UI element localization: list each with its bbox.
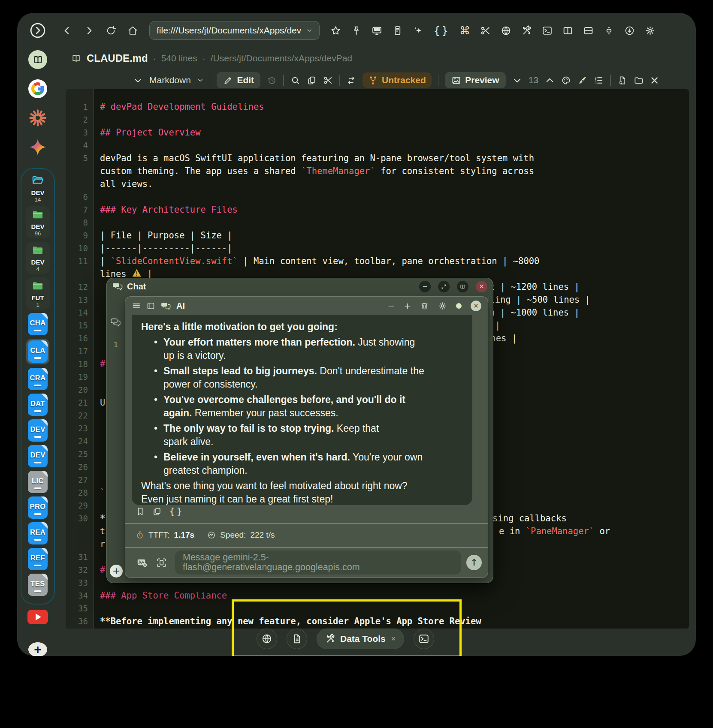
book-icon[interactable] (28, 50, 48, 69)
chat-add-button[interactable]: + (110, 565, 123, 578)
sidebar-folder-fut-1[interactable]: FUT1 (26, 277, 50, 310)
chat-split-button[interactable] (457, 281, 468, 292)
mode-chevron-icon[interactable] (197, 77, 203, 83)
git-status-badge[interactable]: Untracked (363, 72, 432, 88)
sidebar-file-cla-selected[interactable]: CLA (26, 339, 49, 364)
palette-button[interactable] (561, 75, 571, 85)
claude-icon[interactable] (28, 108, 48, 128)
prev-match-button[interactable] (512, 75, 522, 85)
split-rows-button[interactable] (583, 25, 594, 36)
editor-line-text[interactable]: |------|---------|------| (100, 242, 689, 255)
display-button[interactable] (372, 25, 382, 36)
chat-title-bar[interactable]: Chat − × (107, 278, 493, 295)
copy-button[interactable] (307, 75, 317, 85)
bookmark-icon[interactable] (136, 507, 145, 516)
chat-close-button[interactable]: × (476, 281, 487, 292)
url-bar[interactable]: file:///Users/jt/Documents/xApps/dev (149, 21, 320, 40)
editor-line-text[interactable]: | File | Purpose | Size | (100, 229, 689, 242)
history-button[interactable] (267, 75, 277, 85)
chat-bubble-outline-icon[interactable] (110, 317, 121, 328)
folder-button[interactable] (634, 75, 644, 85)
bookmark-star-button[interactable] (330, 25, 341, 36)
ordered-list-button[interactable]: 123 (594, 75, 604, 85)
chat-window[interactable]: Chat − × 1 + ≡ AI − + (106, 278, 493, 583)
editor-line-text[interactable]: devPad is a macOS SwiftUI application fe… (100, 152, 689, 165)
attach-image-button[interactable] (136, 557, 148, 569)
editor-line-text[interactable]: all views. (100, 177, 689, 190)
notes-button[interactable] (392, 25, 403, 36)
sidebar-file-pro[interactable]: PRO (28, 496, 48, 519)
search-button[interactable] (290, 75, 300, 85)
editor-line-text[interactable]: ### Key Architecture Files (100, 203, 689, 216)
sidebar-add-button[interactable]: + (28, 642, 47, 656)
editor-line-text[interactable] (100, 602, 689, 615)
sidebar-file-rea[interactable]: REA (28, 522, 48, 544)
dock-document-button[interactable] (287, 629, 307, 649)
download-button[interactable] (624, 25, 635, 36)
message-input[interactable]: Message gemini-2.5- flash@generativelang… (175, 551, 461, 575)
ai-close-button[interactable]: × (471, 301, 481, 311)
trash-button[interactable] (420, 301, 429, 310)
youtube-icon[interactable] (27, 605, 48, 624)
sidebar-file-lic[interactable]: LIC (28, 471, 48, 493)
sidebar-toggle-icon[interactable] (146, 301, 155, 310)
editor-line-text[interactable]: **Before implementing any new feature, c… (100, 615, 689, 628)
edit-button[interactable]: Edit (217, 72, 260, 88)
braces-icon[interactable]: {} (169, 507, 184, 516)
forward-button[interactable] (84, 25, 94, 36)
home-button[interactable] (127, 25, 138, 36)
tools-button[interactable] (521, 25, 532, 36)
sidebar-file-ref[interactable]: REF (28, 548, 48, 570)
sidebar-folder-dev-4[interactable]: DEV4 (26, 242, 50, 274)
close-editor-button[interactable]: × (650, 75, 659, 86)
editor-line-text[interactable] (100, 113, 689, 126)
sparkles-ai-button[interactable] (413, 25, 423, 36)
sidebar-file-cra[interactable]: CRA (28, 368, 48, 390)
dock-globe-button[interactable] (257, 629, 277, 649)
preview-button[interactable]: Preview (445, 72, 505, 88)
chat-minimize-button[interactable]: − (419, 281, 431, 292)
swap-button[interactable] (346, 75, 356, 85)
expand-vertical-button[interactable] (604, 25, 614, 36)
copy-message-icon[interactable] (152, 507, 162, 516)
collapse-icon[interactable] (133, 75, 143, 85)
paintbrush-button[interactable] (577, 75, 587, 85)
google-icon[interactable] (28, 79, 48, 99)
sidebar-folder-dev-14[interactable]: DEV14 (30, 174, 46, 203)
screenshot-button[interactable] (156, 557, 167, 569)
settings-button[interactable] (645, 25, 656, 36)
sidebar-file-tes[interactable]: TES (28, 574, 48, 596)
editor-line-text[interactable]: ### App Store Compliance (100, 589, 689, 602)
editor-line-text[interactable]: custom theming. The app uses a shared `T… (100, 165, 689, 177)
data-tools-button[interactable]: Data Tools × (317, 629, 404, 649)
scissors-button[interactable] (480, 25, 491, 36)
next-match-button[interactable] (545, 75, 555, 85)
gemini-icon[interactable] (28, 137, 48, 157)
code-braces-button[interactable]: {} (433, 25, 450, 36)
sidebar-file-dat[interactable]: DAT (28, 394, 48, 416)
pin-button[interactable] (351, 25, 362, 36)
sidebar-folder-dev-96[interactable]: DEV96 (26, 206, 50, 238)
mode-dropdown[interactable]: Markdown (149, 75, 191, 85)
editor-line-text[interactable] (100, 190, 689, 203)
editor-line-text[interactable]: ## Project Overview (100, 126, 689, 139)
chat-expand-button[interactable] (438, 281, 450, 292)
editor-line-text[interactable] (100, 139, 689, 152)
dock-terminal-button[interactable] (414, 629, 434, 649)
url-dropdown-icon[interactable] (306, 27, 312, 33)
ai-zoom-in-button[interactable]: + (404, 301, 411, 310)
ai-zoom-out-button[interactable]: − (387, 301, 395, 310)
new-file-button[interactable] (617, 75, 627, 85)
sidebar-file-dev[interactable]: DEV (28, 445, 48, 467)
command-button[interactable]: ⌘ (459, 25, 470, 36)
panel-toggle-icon[interactable] (28, 21, 48, 40)
editor-line-text[interactable]: # devPad Development Guidelines (100, 100, 689, 113)
ai-pane[interactable]: ≡ AI − + × Here's a little motivation to… (125, 296, 488, 578)
ai-settings-button[interactable] (438, 301, 447, 310)
menu-icon[interactable]: ≡ (132, 300, 141, 311)
editor-line-text[interactable] (100, 216, 689, 229)
sidebar-file-cha[interactable]: CHA (28, 313, 48, 335)
data-tools-close-icon[interactable]: × (391, 635, 396, 644)
editor-line-text[interactable]: | `SlideContentView.swift` | Main conten… (100, 255, 689, 268)
split-columns-button[interactable] (562, 25, 573, 36)
